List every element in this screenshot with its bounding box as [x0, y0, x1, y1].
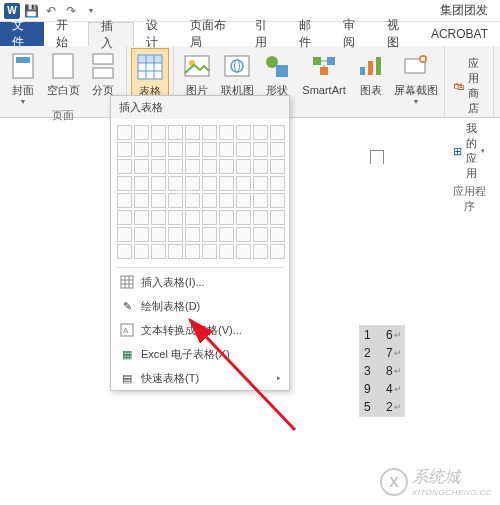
table-grid-cell[interactable]	[134, 125, 149, 140]
table-grid-cell[interactable]	[270, 193, 285, 208]
table-grid-cell[interactable]	[168, 176, 183, 191]
table-grid-cell[interactable]	[151, 244, 166, 259]
table-grid-cell[interactable]	[253, 159, 268, 174]
table-grid-cell[interactable]	[253, 210, 268, 225]
table-grid-cell[interactable]	[236, 244, 251, 259]
table-grid-cell[interactable]	[270, 159, 285, 174]
page-break-button[interactable]: 分页	[84, 48, 122, 98]
tab-references[interactable]: 引用	[243, 22, 287, 46]
table-grid-cell[interactable]	[151, 176, 166, 191]
table-grid-cell[interactable]	[185, 176, 200, 191]
table-grid-cell[interactable]	[185, 193, 200, 208]
table-grid-cell[interactable]	[236, 176, 251, 191]
tab-review[interactable]: 审阅	[331, 22, 375, 46]
table-grid-cell[interactable]	[134, 159, 149, 174]
tab-layout[interactable]: 页面布局	[178, 22, 242, 46]
menu-insert-table[interactable]: 插入表格(I)...	[111, 270, 289, 294]
table-grid-cell[interactable]	[219, 159, 234, 174]
table-grid-cell[interactable]	[219, 176, 234, 191]
table-grid-cell[interactable]	[236, 142, 251, 157]
table-grid-cell[interactable]	[168, 142, 183, 157]
table-grid-cell[interactable]	[117, 244, 132, 259]
table-grid-cell[interactable]	[185, 210, 200, 225]
pictures-button[interactable]: 图片	[178, 48, 216, 98]
table-grid-cell[interactable]	[219, 193, 234, 208]
table-grid-cell[interactable]	[151, 142, 166, 157]
tab-home[interactable]: 开始	[44, 22, 88, 46]
table-grid-cell[interactable]	[253, 142, 268, 157]
table-grid-cell[interactable]	[151, 210, 166, 225]
menu-excel-spreadsheet[interactable]: ▦ Excel 电子表格(X)	[111, 342, 289, 366]
table-grid-cell[interactable]	[151, 227, 166, 242]
table-grid-cell[interactable]	[219, 125, 234, 140]
table-grid-cell[interactable]	[185, 227, 200, 242]
screenshot-button[interactable]: 屏幕截图 ▼	[392, 48, 440, 107]
table-grid-cell[interactable]	[151, 125, 166, 140]
table-grid-cell[interactable]	[117, 176, 132, 191]
table-grid-cell[interactable]	[202, 227, 217, 242]
table-grid-cell[interactable]	[219, 244, 234, 259]
table-grid-cell[interactable]	[117, 125, 132, 140]
table-grid-cell[interactable]	[202, 125, 217, 140]
table-grid-cell[interactable]	[236, 210, 251, 225]
table-grid-cell[interactable]	[168, 125, 183, 140]
table-grid-cell[interactable]	[219, 227, 234, 242]
table-grid-cell[interactable]	[151, 159, 166, 174]
table-grid-cell[interactable]	[202, 142, 217, 157]
table-grid-cell[interactable]	[185, 125, 200, 140]
table-grid-cell[interactable]	[117, 227, 132, 242]
my-apps-button[interactable]: ⊞ 我的应用 ▾	[449, 119, 489, 183]
table-grid-cell[interactable]	[253, 193, 268, 208]
table-grid-cell[interactable]	[236, 227, 251, 242]
table-grid-cell[interactable]	[185, 159, 200, 174]
table-grid-cell[interactable]	[134, 142, 149, 157]
tab-mailings[interactable]: 邮件	[287, 22, 331, 46]
table-grid-cell[interactable]	[270, 142, 285, 157]
table-grid-cell[interactable]	[253, 244, 268, 259]
table-grid-cell[interactable]	[270, 244, 285, 259]
table-grid-cell[interactable]	[219, 210, 234, 225]
table-grid-cell[interactable]	[117, 142, 132, 157]
table-grid-cell[interactable]	[151, 193, 166, 208]
document-selected-text[interactable]: 16↵ 27↵ 38↵ 94↵ 52↵	[359, 325, 405, 417]
table-grid-cell[interactable]	[202, 176, 217, 191]
menu-quick-tables[interactable]: ▤ 快速表格(T) ▸	[111, 366, 289, 390]
table-grid-cell[interactable]	[168, 244, 183, 259]
table-grid-cell[interactable]	[117, 193, 132, 208]
qat-dropdown-icon[interactable]: ▼	[82, 2, 100, 20]
table-grid-cell[interactable]	[134, 193, 149, 208]
blank-page-button[interactable]: 空白页	[44, 48, 82, 98]
chart-button[interactable]: 图表	[352, 48, 390, 98]
tab-view[interactable]: 视图	[375, 22, 419, 46]
table-grid-cell[interactable]	[253, 176, 268, 191]
table-grid-cell[interactable]	[202, 159, 217, 174]
smartart-button[interactable]: SmartArt	[298, 48, 350, 98]
app-store-button[interactable]: 🛍 应用商店	[449, 54, 489, 118]
table-grid-cell[interactable]	[168, 210, 183, 225]
table-grid-cell[interactable]	[270, 210, 285, 225]
table-grid-cell[interactable]	[168, 193, 183, 208]
tab-design[interactable]: 设计	[134, 22, 178, 46]
tab-insert[interactable]: 插入	[88, 22, 134, 46]
table-grid-cell[interactable]	[270, 227, 285, 242]
table-grid-cell[interactable]	[168, 227, 183, 242]
cover-page-button[interactable]: 封面 ▼	[4, 48, 42, 107]
table-grid-cell[interactable]	[134, 227, 149, 242]
table-grid-cell[interactable]	[270, 176, 285, 191]
table-grid-cell[interactable]	[134, 176, 149, 191]
tab-file[interactable]: 文件	[0, 22, 44, 46]
table-grid-cell[interactable]	[270, 125, 285, 140]
table-grid-cell[interactable]	[236, 125, 251, 140]
table-grid-cell[interactable]	[219, 142, 234, 157]
table-grid-cell[interactable]	[236, 193, 251, 208]
table-size-grid[interactable]	[111, 119, 289, 265]
table-grid-cell[interactable]	[117, 159, 132, 174]
table-grid-cell[interactable]	[202, 193, 217, 208]
table-grid-cell[interactable]	[236, 159, 251, 174]
table-grid-cell[interactable]	[168, 159, 183, 174]
table-grid-cell[interactable]	[185, 142, 200, 157]
table-grid-cell[interactable]	[253, 227, 268, 242]
table-grid-cell[interactable]	[185, 244, 200, 259]
menu-convert-text-to-table[interactable]: A 文本转换成表格(V)...	[111, 318, 289, 342]
table-grid-cell[interactable]	[134, 244, 149, 259]
